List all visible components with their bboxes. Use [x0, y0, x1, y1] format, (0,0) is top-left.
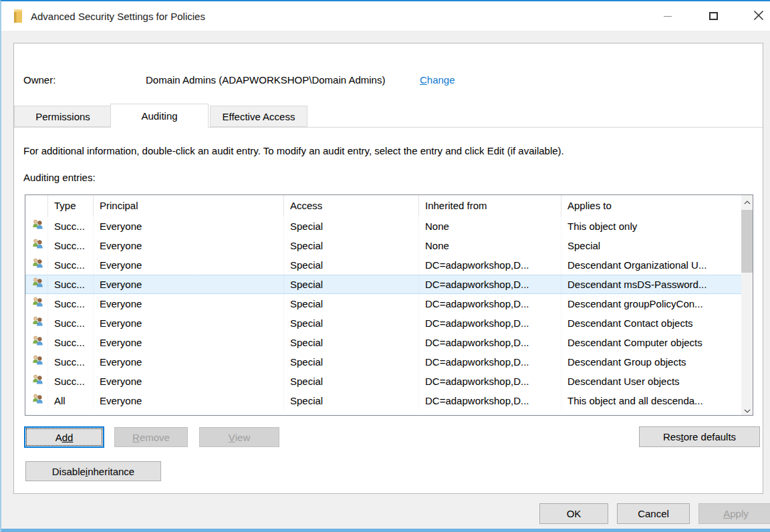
tab-label: Permissions [35, 111, 90, 122]
label-segment: A [55, 432, 62, 443]
auditing-entries-list: Type Principal Access Inherited from App… [25, 194, 753, 416]
scrollbar-thumb[interactable] [741, 210, 753, 273]
cell-access: Special [284, 217, 419, 236]
users-icon [32, 352, 43, 372]
cell-principal: Everyone [94, 372, 284, 391]
row-icon-cell [25, 275, 48, 294]
table-row[interactable]: Succ... Everyone Special DC=adapworkshop… [25, 313, 753, 333]
add-button[interactable]: Add [24, 426, 104, 448]
cell-inherited-from: None [419, 236, 561, 255]
tab-label: Effective Access [223, 111, 295, 122]
row-icon-cell [25, 352, 48, 372]
minimize-button[interactable] [652, 3, 683, 29]
row-icon-cell [25, 294, 48, 313]
table-row[interactable]: Succ... Everyone Special DC=adapworkshop… [25, 255, 753, 275]
cell-applies-to: Descendant Organizational U... [561, 255, 753, 275]
label-segment: iew [235, 432, 251, 443]
table-row[interactable]: All Everyone Special DC=adapworkshop,D..… [25, 391, 753, 410]
column-header-icon[interactable] [25, 195, 48, 217]
owner-label: Owner: [23, 74, 55, 86]
row-icon-cell [25, 236, 48, 255]
maximize-button[interactable] [698, 3, 729, 29]
close-icon [753, 10, 764, 23]
tab-permissions[interactable]: Permissions [14, 106, 112, 127]
cell-type: Succ... [48, 294, 94, 313]
cell-type: Succ... [48, 313, 94, 333]
table-row[interactable]: Succ... Everyone Special DC=adapworkshop… [25, 294, 753, 313]
cell-access: Special [284, 255, 419, 275]
label-segment: nheritance [88, 466, 134, 477]
row-icon-cell [25, 255, 48, 275]
cell-inherited-from: DC=adapworkshop,D... [419, 313, 561, 333]
audit-info-text: For additional information, double-click… [23, 145, 752, 156]
cell-principal: Everyone [94, 236, 284, 255]
table-row[interactable]: Succ... Everyone Special DC=adapworkshop… [25, 352, 753, 372]
scroll-up-button[interactable] [741, 195, 753, 207]
remove-button[interactable]: Remove [114, 427, 188, 447]
label-segment: C [420, 74, 427, 86]
tab-label: Auditing [141, 110, 177, 122]
row-icon-cell [25, 391, 48, 410]
cell-applies-to: Descendant Computer objects [561, 333, 753, 352]
window-bottom-border [1, 529, 770, 532]
label-segment: Res [663, 431, 681, 442]
cell-principal: Everyone [94, 217, 284, 236]
table-row[interactable]: Succ... Everyone Special None This objec… [25, 217, 753, 236]
label-segment: Disable [52, 466, 86, 477]
column-header-access[interactable]: Access [284, 195, 419, 217]
cell-access: Special [284, 352, 419, 372]
users-icon [32, 391, 43, 410]
tab-effective-access[interactable]: Effective Access [210, 106, 307, 127]
apply-button[interactable]: Apply [698, 503, 770, 524]
label-segment: V [229, 432, 235, 443]
label-segment: emove [140, 432, 170, 443]
change-owner-link[interactable]: Change [420, 74, 455, 86]
cell-applies-to: Descendant groupPolicyCon... [561, 294, 753, 313]
cell-applies-to: Special [561, 236, 753, 255]
chevron-up-icon [744, 195, 751, 207]
table-row[interactable]: Succ... Everyone Special DC=adapworkshop… [25, 372, 753, 391]
cell-type: All [48, 391, 94, 410]
cell-applies-to: Descendant msDS-Password... [561, 275, 753, 294]
users-icon [32, 236, 43, 255]
maximize-icon [709, 12, 718, 20]
row-icon-cell [25, 333, 48, 352]
ok-button[interactable]: OK [539, 503, 608, 524]
cell-type: Succ... [48, 352, 94, 372]
table-row[interactable]: Succ... Everyone Special DC=adapworkshop… [25, 333, 753, 352]
restore-defaults-button[interactable]: Restore defaults [639, 426, 760, 447]
disable-inheritance-button[interactable]: Disable inheritance [25, 461, 161, 481]
cell-type: Succ... [48, 333, 94, 352]
chevron-down-icon [744, 404, 751, 415]
cell-applies-to: This object and all descenda... [561, 391, 753, 410]
users-icon [32, 275, 43, 294]
auditing-entries-label: Auditing entries: [23, 172, 96, 183]
column-header-inherited-from[interactable]: Inherited from [419, 195, 561, 217]
cell-type: Succ... [48, 255, 94, 275]
column-header-principal[interactable]: Principal [94, 195, 284, 217]
users-icon [32, 255, 43, 275]
cell-principal: Everyone [94, 391, 284, 410]
cell-applies-to: This object only [561, 217, 753, 236]
cell-principal: Everyone [94, 255, 284, 275]
list-header-row: Type Principal Access Inherited from App… [25, 195, 753, 217]
cell-inherited-from: None [419, 217, 561, 236]
label-segment: A [723, 508, 730, 519]
scrollbar-track[interactable] [741, 195, 753, 415]
close-button[interactable] [743, 3, 770, 29]
scroll-down-button[interactable] [741, 404, 753, 415]
cell-applies-to: Descendant Group objects [561, 352, 753, 372]
table-row[interactable]: Succ... Everyone Special DC=adapworkshop… [25, 275, 753, 294]
table-row[interactable]: Succ... Everyone Special None Special [25, 236, 753, 255]
column-header-type[interactable]: Type [48, 195, 94, 217]
cell-principal: Everyone [94, 352, 284, 372]
view-button[interactable]: View [199, 427, 279, 447]
cell-access: Special [284, 236, 419, 255]
users-icon [32, 313, 43, 333]
cell-principal: Everyone [94, 275, 284, 294]
titlebar[interactable]: Advanced Security Settings for Policies [1, 1, 770, 31]
tab-auditing[interactable]: Auditing [110, 104, 209, 128]
cell-principal: Everyone [94, 333, 284, 352]
cancel-button[interactable]: Cancel [617, 503, 690, 524]
column-header-applies-to[interactable]: Applies to [561, 195, 753, 217]
